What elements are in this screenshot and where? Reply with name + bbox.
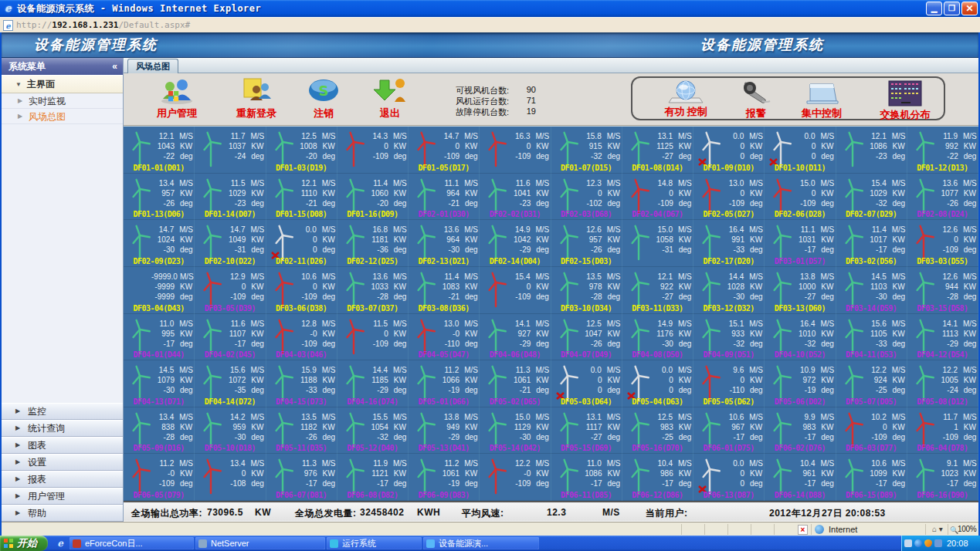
- turbine-cell-r1c1[interactable]: 12.1M/S1043KW-22degDF01-01(D01): [124, 127, 195, 174]
- turbine-cell-r7c8[interactable]: 12.5M/S983KW-25degDF05-16(D70): [622, 407, 693, 455]
- sidebar-accordion-item-6[interactable]: ▶用户管理: [2, 488, 123, 505]
- turbine-cell-r4c5[interactable]: 11.4M/S1083KW-21degDF03-08(D36): [409, 267, 480, 314]
- turbine-cell-r7c1[interactable]: 13.4M/S838KW-28degDF05-09(D16): [124, 407, 195, 455]
- turbine-cell-r3c9[interactable]: 16.4M/S991KW-33degDF02-17(D20): [693, 220, 765, 267]
- control-button-speaker[interactable]: 报警: [721, 79, 791, 120]
- turbine-cell-r8c2[interactable]: 13.4M/S0KW-108deg: [195, 454, 266, 501]
- quick-launch-ie-icon[interactable]: e: [54, 538, 66, 549]
- toolbar-button-logout[interactable]: S注销: [289, 77, 358, 120]
- turbine-cell-r2c10[interactable]: 15.0M/S0KW-109degDF02-06(D28): [765, 174, 836, 221]
- turbine-cell-r3c2[interactable]: 14.7M/S1049KW-31degDF02-10(D22): [195, 220, 266, 267]
- turbine-cell-r5c8[interactable]: 14.9M/S1176KW-30degDF04-08(D50): [622, 314, 693, 361]
- turbine-cell-r6c9[interactable]: 9.6M/S0KW-110degDF05-05(D62): [693, 360, 765, 407]
- turbine-cell-r8c7[interactable]: 11.0M/S1086KW-17degDF06-11(D85): [551, 454, 622, 501]
- turbine-cell-r4c7[interactable]: 13.5M/S978KW-28degDF03-10(D34): [551, 267, 622, 314]
- turbine-cell-r7c9[interactable]: 10.6M/S967KW-17degDF06-01(D75): [693, 407, 765, 455]
- turbine-cell-r1c12[interactable]: 11.9M/S992KW-22degDF01-12(D13): [907, 127, 978, 174]
- start-button[interactable]: 开始: [0, 536, 48, 551]
- turbine-cell-r1c11[interactable]: 12.1M/S1086KW-23deg: [836, 127, 907, 174]
- turbine-cell-r7c6[interactable]: 15.0M/S1129KW-30degDF05-14(D42): [480, 407, 551, 455]
- sidebar-accordion-item-3[interactable]: ▶图表: [2, 437, 123, 454]
- address-bar[interactable]: e http://192.168.1.231/Default.aspx#: [0, 17, 980, 32]
- taskbar-task-1[interactable]: eForceCon日...: [70, 537, 194, 549]
- turbine-cell-r6c8[interactable]: 0.0M/S0KW0degDF05-04(D63): [622, 360, 693, 407]
- turbine-cell-r6c4[interactable]: 14.4M/S1185KW-29degDF04-16(D74): [337, 360, 409, 407]
- close-button[interactable]: ✕: [961, 2, 978, 15]
- turbine-cell-r2c4[interactable]: 11.4M/S1060KW-20degDF01-16(D09): [337, 174, 409, 221]
- turbine-cell-r8c4[interactable]: 11.9M/S1121KW-17degDF06-08(D82): [337, 454, 409, 501]
- turbine-cell-r5c9[interactable]: 15.1M/S933KW-32degDF04-09(D51): [693, 314, 765, 361]
- turbine-cell-r4c12[interactable]: 12.6M/S944KW-28degDF03-15(D58): [907, 267, 978, 314]
- turbine-cell-r8c1[interactable]: 11.2M/S-0KW-109degDF06-05(D79): [124, 454, 195, 501]
- turbine-cell-r5c4[interactable]: 11.5M/S0KW-109deg: [337, 314, 409, 361]
- turbine-cell-r5c2[interactable]: 11.6M/S1107KW-17degDF04-02(D45): [195, 314, 266, 361]
- tab-wind-farm-overview[interactable]: 风场总图: [127, 59, 178, 73]
- taskbar-task-2[interactable]: NetServer: [195, 537, 325, 549]
- turbine-cell-r5c5[interactable]: 13.0M/S-0KW-110degDF04-05(D47): [409, 314, 480, 361]
- turbine-cell-r1c10[interactable]: 0.0M/S0KW0degDF01-10(D11): [765, 127, 836, 174]
- toolbar-button-relogin[interactable]: 重新登录: [222, 77, 291, 120]
- turbine-cell-r2c5[interactable]: 11.1M/S964KW-21degDF02-01(D30): [409, 174, 480, 221]
- turbine-cell-r4c6[interactable]: 15.4M/S0KW-109deg: [480, 267, 551, 314]
- turbine-cell-r2c9[interactable]: 13.0M/S0KW-109degDF02-05(D27): [693, 174, 765, 221]
- turbine-cell-r2c6[interactable]: 11.6M/S1041KW-23degDF02-02(D31): [480, 174, 551, 221]
- tray-shield-icon[interactable]: [924, 539, 932, 547]
- turbine-cell-r6c1[interactable]: 14.5M/S1079KW-30degDF04-13(D71): [124, 360, 195, 407]
- turbine-cell-r1c9[interactable]: 0.0M/S0KW0degDF01-09(D10): [693, 127, 765, 174]
- sidebar-accordion-item-5[interactable]: ▶报表: [2, 471, 123, 488]
- turbine-cell-r7c5[interactable]: 13.8M/S949KW-29degDF05-13(D41): [409, 407, 480, 455]
- turbine-cell-r6c11[interactable]: 12.2M/S924KW-25degDF05-07(D05): [836, 360, 907, 407]
- turbine-cell-r4c4[interactable]: 13.6M/S1033KW-28degDF03-07(D37): [337, 267, 409, 314]
- turbine-cell-r6c5[interactable]: 11.2M/S1066KW-19degDF05-01(D66): [409, 360, 480, 407]
- turbine-cell-r8c3[interactable]: 11.3M/S976KW-17degDF06-07(D81): [266, 454, 337, 501]
- turbine-cell-r8c6[interactable]: 12.2M/S-0KW-109deg: [480, 454, 551, 501]
- turbine-cell-r1c2[interactable]: 11.7M/S1037KW-24deg: [195, 127, 266, 174]
- turbine-cell-r7c7[interactable]: 13.1M/S1117KW-27degDF05-15(D69): [551, 407, 622, 455]
- turbine-cell-r4c11[interactable]: 14.5M/S1103KW-30degDF03-14(D59): [836, 267, 907, 314]
- turbine-cell-r2c3[interactable]: 12.1M/S1110KW-21degDF01-15(D08): [266, 174, 337, 221]
- sidebar-accordion-item-7[interactable]: ▶帮助: [2, 505, 123, 522]
- turbine-cell-r4c3[interactable]: 10.6M/S0KW-109degDF03-06(D38): [266, 267, 337, 314]
- turbine-cell-r2c7[interactable]: 12.3M/S0KW-102degDF02-03(D68): [551, 174, 622, 221]
- turbine-cell-r5c3[interactable]: 12.8M/S-0KW-109degDF04-03(D46): [266, 314, 337, 361]
- turbine-cell-r4c2[interactable]: 12.9M/S0KW-109degDF03-05(D39): [195, 267, 266, 314]
- turbine-cell-r5c6[interactable]: 14.1M/S927KW-29degDF04-06(D48): [480, 314, 551, 361]
- turbine-cell-r8c11[interactable]: 10.6M/S1099KW-17degDF06-15(D89): [836, 454, 907, 501]
- turbine-cell-r7c12[interactable]: 11.7M/S1KW-109degDF06-04(D78): [907, 407, 978, 455]
- turbine-cell-r8c8[interactable]: 10.4M/S986KW-17degDF06-12(D86): [622, 454, 693, 501]
- turbine-cell-r1c5[interactable]: 14.7M/S0KW-109degDF01-05(D17): [409, 127, 480, 174]
- turbine-cell-r3c6[interactable]: 14.9M/S1042KW-29degDF02-14(D04): [480, 220, 551, 267]
- taskbar-task-4[interactable]: 设备能源演...: [423, 537, 539, 549]
- restore-button[interactable]: ❐: [944, 2, 960, 15]
- turbine-cell-r8c12[interactable]: 9.1M/S1023KW-17degDF06-16(D90): [907, 454, 978, 501]
- turbine-cell-r3c10[interactable]: 11.1M/S1031KW-17degDF03-01(D57): [765, 220, 836, 267]
- turbine-cell-r6c10[interactable]: 10.9M/S972KW-19degDF05-06(D02): [765, 360, 836, 407]
- turbine-cell-r6c3[interactable]: 15.9M/S1188KW-33degDF04-15(D73): [266, 360, 337, 407]
- turbine-cell-r6c6[interactable]: 11.3M/S1061KW-21degDF05-02(D65): [480, 360, 551, 407]
- turbine-cell-r4c1[interactable]: -9999.0M/S-9999KW-9999degDF03-04(D43): [124, 267, 195, 314]
- tray-keyboard-icon[interactable]: [904, 539, 912, 547]
- turbine-cell-r2c1[interactable]: 13.4M/S957KW-26degDF01-13(D06): [124, 174, 195, 221]
- turbine-cell-r1c7[interactable]: 15.8M/S915KW-32degDF01-07(D15): [551, 127, 622, 174]
- turbine-cell-r1c6[interactable]: 16.3M/S0KW-109deg: [480, 127, 551, 174]
- turbine-cell-r5c7[interactable]: 12.5M/S1047KW-26degDF04-07(D49): [551, 314, 622, 361]
- control-button-globe[interactable]: 有功 控制: [651, 79, 721, 119]
- taskbar-task-3[interactable]: 运行系统: [327, 537, 422, 549]
- turbine-cell-r7c4[interactable]: 15.5M/S1054KW-32degDF05-12(D40): [337, 407, 409, 455]
- turbine-cell-r7c10[interactable]: 9.9M/S983KW-17degDF06-02(D76): [765, 407, 836, 455]
- sidebar-subitem-1[interactable]: ▶实时监视: [2, 93, 123, 109]
- turbine-cell-r5c12[interactable]: 14.1M/S1113KW-29degDF04-12(D54): [907, 314, 978, 361]
- turbine-cell-r8c5[interactable]: 11.2M/S1061KW-19degDF06-09(D83): [409, 454, 480, 501]
- turbine-cell-r6c2[interactable]: 15.6M/S1072KW-35degDF04-14(D72): [195, 360, 266, 407]
- turbine-cell-r7c2[interactable]: 14.2M/S959KW-30degDF05-10(D18): [195, 407, 266, 455]
- turbine-cell-r1c8[interactable]: 13.1M/S1125KW-27degDF01-08(D14): [622, 127, 693, 174]
- zoom-control[interactable]: 🔍100% ▾: [948, 524, 980, 535]
- turbine-cell-r3c1[interactable]: 14.7M/S1024KW-30degDF02-09(D23): [124, 220, 195, 267]
- sidebar-accordion-item-1[interactable]: ▶监控: [2, 403, 123, 420]
- toolbar-button-users[interactable]: 用户管理: [142, 77, 212, 120]
- toolbar-button-exit[interactable]: 退出: [355, 77, 425, 120]
- turbine-cell-r3c12[interactable]: 12.6M/S0KW-109degDF03-03(D55): [907, 220, 978, 267]
- turbine-cell-r3c8[interactable]: 15.0M/S1058KW-31deg: [622, 220, 693, 267]
- turbine-cell-r3c3[interactable]: 0.0M/S0KW0degDF02-11(D26): [266, 220, 337, 267]
- tray-ie-icon[interactable]: [914, 539, 922, 547]
